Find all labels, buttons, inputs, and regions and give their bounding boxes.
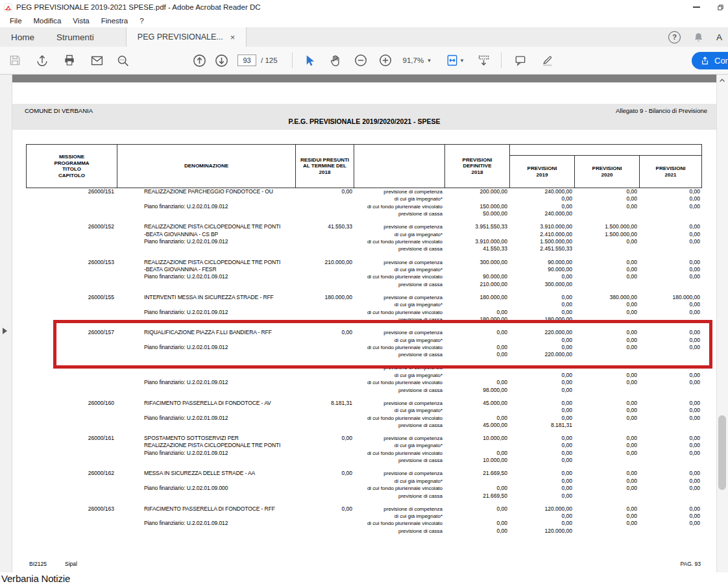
valore-2021: 0,00 xyxy=(639,273,702,280)
valore-2019: 90.000,00 xyxy=(509,259,574,266)
denominazione-cell xyxy=(117,210,295,217)
tab-home[interactable]: Home xyxy=(0,27,45,47)
menu-modifica[interactable]: Modifica xyxy=(28,17,67,25)
row-label: previsione di cassa xyxy=(354,245,444,252)
denominazione-cell: Piano finanziario: U.2.02.01.09.012 xyxy=(117,238,295,245)
row-label: di cui fondo pluriennale vincolato xyxy=(354,415,444,422)
menu-vista[interactable]: Vista xyxy=(67,17,95,25)
capitolo-cell xyxy=(26,478,117,485)
zoom-in-button[interactable] xyxy=(377,52,394,69)
page-display-button[interactable] xyxy=(475,52,492,69)
valore-definitive-2018: 3.951.550,33 xyxy=(444,223,509,230)
valore-2021: 0,00 xyxy=(639,442,702,449)
next-page-icon xyxy=(214,53,229,68)
find-button[interactable] xyxy=(114,52,131,69)
scrollbar-thumb[interactable] xyxy=(718,415,726,490)
valore-2020: 0,00 xyxy=(574,309,639,316)
print-button[interactable] xyxy=(61,52,78,69)
valore-2020: 0,00 xyxy=(574,513,639,520)
valore-2021: 0,00 xyxy=(639,259,702,266)
previous-page-button[interactable] xyxy=(191,52,208,69)
valore-2019: 0,00 xyxy=(509,520,574,527)
zoom-out-button[interactable] xyxy=(352,52,369,69)
denominazione-cell xyxy=(117,407,295,414)
valore-2021: 0,00 xyxy=(639,301,702,308)
previous-page-icon xyxy=(192,53,207,68)
valore-2020 xyxy=(574,422,639,429)
valore-definitive-2018: 50.000,00 xyxy=(444,210,509,217)
valore-2019: 90.000,00 xyxy=(509,266,574,273)
residui-cell xyxy=(295,309,354,316)
restore-icon[interactable] xyxy=(717,4,724,11)
header-2021: PREVISIONI 2021 xyxy=(640,156,701,188)
residui-cell xyxy=(295,513,354,520)
vertical-scrollbar[interactable] xyxy=(716,75,728,572)
residui-cell xyxy=(295,387,354,394)
page-header-band: COMUNE DI VERBANIA Allegato 9 - Bilancio… xyxy=(12,104,717,130)
header-capitolo: MISSIONE PROGRAMMA TITOLO CAPITOLO xyxy=(27,145,117,188)
valore-2021 xyxy=(639,457,702,464)
residui-cell xyxy=(295,457,354,464)
minimize-icon[interactable] xyxy=(693,6,700,8)
denominazione-cell: SPOSTAMENTO SOTTOSERVIZI PER xyxy=(117,435,295,442)
page-count-label: / 125 xyxy=(261,56,278,64)
denominazione-cell xyxy=(117,513,295,520)
table-row: 26000/152REALIZZAZIONE PISTA CICLOPEDONA… xyxy=(26,223,702,258)
valore-2021: 0,00 xyxy=(639,266,702,273)
capitolo-cell xyxy=(26,493,117,500)
valore-2021: 0,00 xyxy=(639,505,702,513)
valore-definitive-2018: 41.550,33 xyxy=(444,245,509,252)
page-number-input[interactable] xyxy=(237,55,256,66)
zoom-level-label[interactable]: 91,7% xyxy=(403,56,424,64)
sign-in-label[interactable]: A xyxy=(716,32,725,42)
email-button[interactable] xyxy=(88,52,105,69)
menu-finestra[interactable]: Finestra xyxy=(95,17,134,25)
upload-share-button[interactable] xyxy=(34,52,51,69)
valore-definitive-2018: 0,00 xyxy=(444,520,509,527)
hand-tool-button[interactable] xyxy=(328,52,345,69)
tab-document[interactable]: PEG PREVISIONALE... × xyxy=(126,27,247,47)
tab-close-icon[interactable]: × xyxy=(230,33,236,42)
valore-2019: 120.000,00 xyxy=(509,505,574,513)
notifications-bell-icon[interactable] xyxy=(693,32,704,43)
capitolo-cell xyxy=(26,415,117,422)
denominazione-cell xyxy=(117,528,295,535)
window-title: PEG PREVISIONALE 2019-2021 SPESE.pdf - A… xyxy=(16,3,261,11)
zoom-caret-icon[interactable]: ▾ xyxy=(428,57,431,64)
valore-2020: 0,00 xyxy=(574,407,639,414)
nav-pane-toggle-icon[interactable] xyxy=(3,328,7,334)
highlighter-button[interactable] xyxy=(539,52,556,69)
menu-file[interactable]: File xyxy=(4,17,28,25)
page-display-icon xyxy=(477,54,491,67)
menu-help[interactable]: ? xyxy=(134,17,149,25)
select-tool-button[interactable] xyxy=(302,52,319,69)
valore-2020: 0,00 xyxy=(574,379,639,386)
document-title: P.E.G. PREVISIONALE 2019/2020/2021 - SPE… xyxy=(12,117,717,125)
valore-2019: 8.181,31 xyxy=(509,422,574,429)
denominazione-cell: RIFACIMENTO PASSERELLA DI FONDOTOCE - RF… xyxy=(117,505,295,513)
email-icon xyxy=(90,54,104,67)
next-page-button[interactable] xyxy=(213,52,230,69)
save-button[interactable] xyxy=(6,52,23,69)
valore-2020: 0,00 xyxy=(574,478,639,485)
share-button[interactable]: Condividi xyxy=(692,52,728,69)
tab-strumenti[interactable]: Strumenti xyxy=(45,27,105,47)
denominazione-cell xyxy=(117,281,295,288)
valore-2021: 0,00 xyxy=(639,203,702,210)
fit-page-caret-icon[interactable]: ▾ xyxy=(461,57,464,64)
residui-cell xyxy=(295,485,354,492)
capitolo-cell xyxy=(26,520,117,527)
row-label: previsione di cassa xyxy=(354,528,444,535)
scroll-up-icon[interactable] xyxy=(718,76,727,85)
capitolo-cell: 26000/161 xyxy=(26,435,117,442)
residui-cell xyxy=(295,407,354,414)
table-row: 26000/162MESSA IN SICUREZZA DELLE STRADE… xyxy=(26,470,702,505)
comment-button[interactable] xyxy=(512,52,529,69)
help-icon[interactable]: ? xyxy=(668,31,681,43)
allegato-label: Allegato 9 - Bilancio di Previsione xyxy=(616,107,707,114)
residui-cell xyxy=(295,422,354,429)
row-label: previsione di competenza xyxy=(354,188,444,195)
fit-page-button[interactable] xyxy=(444,52,461,69)
valore-2021: 0,00 xyxy=(639,470,702,477)
upload-cloud-icon xyxy=(35,53,49,67)
